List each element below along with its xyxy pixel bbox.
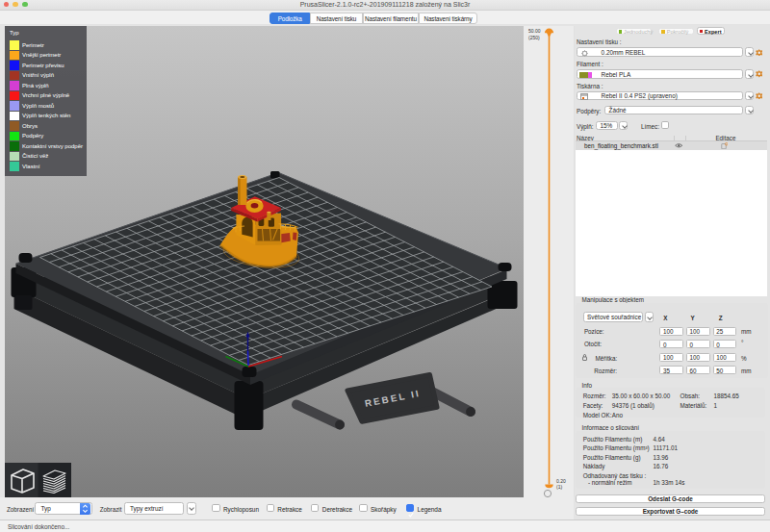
svg-text:(250): (250) bbox=[528, 35, 540, 40]
svg-text:50.00: 50.00 bbox=[528, 28, 541, 34]
svg-text:(1): (1) bbox=[556, 484, 562, 490]
